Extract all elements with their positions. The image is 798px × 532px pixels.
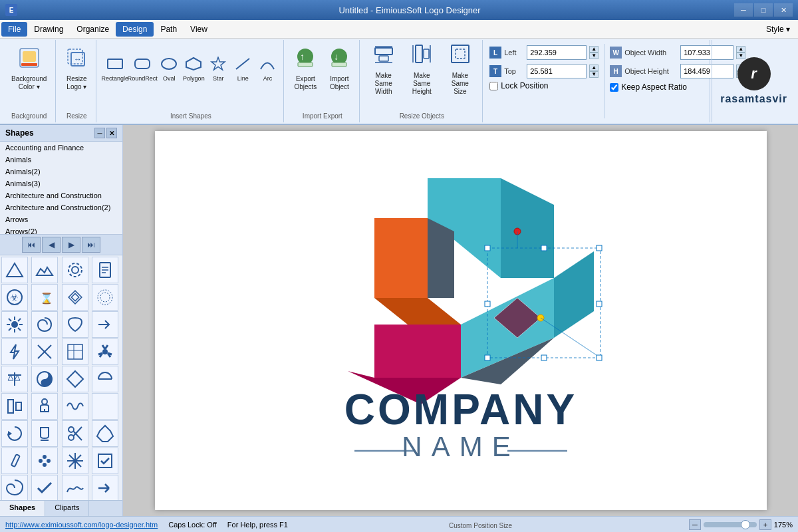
make-same-width-button[interactable]: Make SameWidth [365,43,402,96]
shape-cell-diamond4[interactable] [62,284,88,311]
cliparts-tab[interactable]: Cliparts [45,501,89,516]
menu-organize[interactable]: Organize [70,22,116,37]
resize-group-label: Resize [61,110,92,120]
svg-text:↓: ↓ [334,51,338,62]
shapes-play-button[interactable]: ▶ [62,237,80,253]
shape-cell-yin-yang[interactable] [31,366,58,392]
line-button[interactable]: Line [231,43,255,96]
shapes-collapse-button[interactable]: ─ [94,128,105,138]
shape-cell-cup[interactable] [31,420,58,447]
left-up-button[interactable]: ▲ [589,46,598,53]
shape-cell-mountain[interactable] [1,257,28,283]
category-animals[interactable]: Animals [0,154,122,166]
star-label: Star [213,76,224,82]
shape-cell-ornament[interactable] [92,420,118,447]
category-animals3[interactable]: Animals(3) [0,178,122,190]
shape-cell-pillar[interactable] [1,393,28,420]
top-down-button[interactable]: ▼ [589,71,598,78]
background-color-button[interactable]: BackgroundColor ▾ [7,43,51,96]
lock-position-checkbox[interactable] [489,82,498,90]
shape-cell-sun-rays[interactable] [1,311,28,338]
shape-cell-wave2[interactable] [62,475,88,500]
shape-cell-doc[interactable] [92,257,118,283]
export-label: ExportObjects [294,75,317,91]
left-input[interactable] [527,45,587,60]
shape-cell-half-circle[interactable] [92,366,118,392]
menu-drawing[interactable]: Drawing [27,22,70,37]
category-arrows2[interactable]: Arrows(2) [0,225,122,235]
website-url[interactable]: http://www.eximioussoft.com/logo-designe… [5,521,158,529]
shape-cell-pencil[interactable] [1,448,28,474]
polygon-button[interactable]: Polygon [182,43,205,96]
import-object-button[interactable]: ↓ ImportObject [323,43,355,96]
shape-cell-check[interactable] [92,448,118,474]
shape-cell-circle-arrow[interactable] [1,420,28,447]
shape-cell-radioactive[interactable] [92,338,118,365]
shapes-prev-button[interactable]: ◀ [42,237,61,253]
shape-cell-moon[interactable] [92,393,118,420]
canvas-area[interactable]: COMPANY NAME [123,125,798,516]
shape-cell-wave[interactable] [62,393,88,420]
shapes-close-button[interactable]: ✕ [106,128,117,138]
shape-cell-grid[interactable] [62,338,88,365]
shape-cell-hourglass[interactable]: ⌛ [31,284,58,311]
shape-cell-dots2[interactable] [31,448,58,474]
top-up-button[interactable]: ▲ [589,65,598,71]
category-animals2[interactable]: Animals(2) [0,166,122,178]
shape-cell-balance[interactable] [1,366,28,392]
svg-line-47 [9,319,11,321]
shape-cell-lightning[interactable] [1,338,28,365]
shapes-last-button[interactable]: ⏭ [82,237,100,253]
canvas[interactable]: COMPANY NAME [155,131,767,510]
zoom-thumb[interactable] [741,520,750,529]
keep-aspect-ratio-label: Keep Aspect Ratio [621,82,687,92]
shape-cell-arrow-fancy[interactable] [92,475,118,500]
top-input[interactable] [527,64,587,78]
shape-cell-swords[interactable] [31,338,58,365]
shape-cell-person[interactable] [31,393,58,420]
rectangle-button[interactable]: Rectangle [102,43,128,96]
shape-cell-arrow-right[interactable] [92,311,118,338]
shape-cell-swirl[interactable] [31,311,58,338]
export-objects-button[interactable]: ↑ ExportObjects [289,43,321,96]
menu-view[interactable]: View [184,22,214,37]
resize-logo-button[interactable]: ↔ ResizeLogo ▾ [61,43,92,96]
shape-cell-leaf[interactable] [62,311,88,338]
zoom-in-button[interactable]: + [759,519,771,530]
shapes-first-button[interactable]: ⏮ [22,237,41,253]
shape-cell-bio[interactable]: ☣ [1,284,28,311]
shape-cell-landscape[interactable] [31,257,58,283]
shape-cell-check2[interactable] [31,475,58,500]
oval-button[interactable]: Oval [157,43,181,96]
menu-file[interactable]: File [1,22,27,37]
category-architecture[interactable]: Architecture and Construction [0,190,122,201]
category-accounting[interactable]: Accounting and Finance [0,142,122,154]
svg-point-65 [42,399,47,404]
minimize-button[interactable]: ─ [734,3,753,17]
menu-style[interactable]: Style ▾ [759,22,797,37]
keep-aspect-ratio-checkbox[interactable] [610,83,618,92]
category-architecture2[interactable]: Architecture and Construction(2) [0,201,122,213]
shape-cell-scissors[interactable] [62,420,88,447]
star-button[interactable]: Star [206,43,230,96]
make-same-size-button[interactable]: Make SameSize [442,43,479,96]
menu-path[interactable]: Path [154,22,184,37]
shape-cell-gear[interactable] [62,257,88,283]
shapes-tab[interactable]: Shapes [0,501,45,516]
roundrect-button[interactable]: RoundRect [128,43,156,96]
shape-cell-diamond-large[interactable] [62,366,88,392]
shape-cell-asterisk[interactable] [62,448,88,474]
custom-position-label: Custom Position Size [449,522,512,529]
shape-cell-circle-dots[interactable] [92,284,118,311]
maximize-button[interactable]: □ [754,3,773,17]
arc-button[interactable]: Arc [255,43,279,96]
zoom-out-button[interactable]: ─ [689,519,701,530]
zoom-level: 175% [774,521,793,529]
shape-cell-spiral[interactable] [1,475,28,500]
category-arrows[interactable]: Arrows [0,213,122,225]
menu-design[interactable]: Design [116,22,154,37]
make-same-height-button[interactable]: Make SameHeight [404,43,440,96]
close-button[interactable]: ✕ [774,3,793,17]
zoom-slider[interactable] [704,522,757,527]
left-down-button[interactable]: ▼ [589,53,598,59]
